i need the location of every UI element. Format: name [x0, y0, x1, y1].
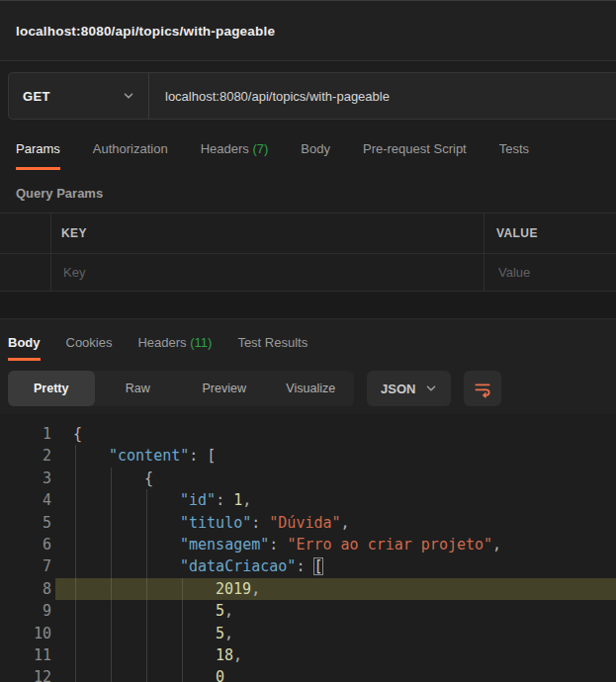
indent-guide — [75, 468, 76, 489]
code-line-11[interactable]: 1118, — [0, 644, 616, 666]
indent-guide — [146, 666, 147, 682]
line-number: 12 — [0, 666, 51, 682]
code-line-2[interactable]: 2"content": [ — [0, 445, 616, 467]
indent-guide — [146, 555, 147, 577]
code-line-4[interactable]: 4"id": 1, — [0, 489, 616, 511]
indent-guide — [146, 489, 147, 511]
code-text: "titulo": "Dúvida", — [180, 512, 350, 534]
indent-guide — [111, 623, 112, 644]
tab-label: Tests — [499, 141, 529, 156]
indent-guide — [75, 623, 76, 644]
indent-guide — [146, 600, 147, 622]
code-text: 5, — [216, 600, 233, 622]
code-line-12[interactable]: 120 — [0, 666, 616, 682]
line-number: 7 — [0, 555, 51, 577]
view-mode-pretty[interactable]: Pretty — [8, 371, 95, 406]
tab-count-badge: (7) — [249, 141, 269, 156]
line-number: 11 — [0, 644, 51, 666]
view-mode-preview[interactable]: Preview — [181, 371, 268, 406]
tab-tests[interactable]: Tests — [499, 141, 529, 170]
indent-guide — [182, 623, 183, 644]
tab-headers[interactable]: Headers (7) — [201, 141, 269, 170]
tab-label: Authorization — [93, 141, 168, 156]
indent-guide — [75, 666, 76, 682]
format-label: JSON — [381, 382, 415, 396]
line-number: 5 — [0, 512, 51, 534]
code-text: "mensagem": "Erro ao criar projeto", — [180, 534, 501, 555]
view-mode-group: PrettyRawPreviewVisualize — [8, 371, 354, 406]
tab-label: Pre-request Script — [363, 141, 467, 156]
param-key-input[interactable] — [61, 264, 467, 281]
indent-guide — [146, 512, 147, 534]
tab-pre-request-script[interactable]: Pre-request Script — [363, 141, 467, 170]
code-line-10[interactable]: 105, — [0, 623, 616, 644]
param-value-input[interactable] — [496, 264, 614, 281]
params-header-row: KEY VALUE — [0, 213, 616, 254]
code-line-8[interactable]: 82019, — [0, 578, 616, 600]
indent-guide — [111, 468, 112, 489]
tab-label: Body — [301, 141, 330, 156]
tab-body[interactable]: Body — [8, 335, 41, 361]
pane-splitter[interactable] — [0, 292, 616, 319]
view-mode-visualize[interactable]: Visualize — [268, 371, 355, 406]
indent-guide — [146, 534, 147, 555]
url-input-wrap — [149, 73, 616, 119]
method-select[interactable]: GET — [9, 73, 149, 119]
view-mode-raw[interactable]: Raw — [95, 371, 182, 406]
query-params-table: KEY VALUE — [0, 213, 616, 292]
code-line-5[interactable]: 5"titulo": "Dúvida", — [0, 512, 616, 534]
code-line-1[interactable]: 1{ — [0, 423, 616, 445]
url-bar: GET — [8, 72, 616, 120]
tab-test-results[interactable]: Test Results — [237, 335, 308, 361]
url-input[interactable] — [163, 88, 616, 105]
tab-body[interactable]: Body — [301, 141, 330, 170]
request-tabs: ParamsAuthorizationHeaders (7)BodyPre-re… — [0, 133, 616, 170]
postman-request-view: localhost:8080/api/topics/with-pageable … — [0, 0, 616, 682]
line-number: 4 — [0, 489, 51, 511]
code-lines: 1{2"content": [3{4"id": 1,5"titulo": "Dú… — [0, 423, 616, 682]
indent-guide — [75, 489, 76, 511]
code-line-6[interactable]: 6"mensagem": "Erro ao criar projeto", — [0, 534, 616, 555]
chevron-down-icon — [425, 383, 437, 394]
format-select[interactable]: JSON — [367, 371, 451, 406]
line-number: 2 — [0, 445, 51, 467]
code-text: { — [144, 468, 153, 489]
indent-guide — [111, 489, 112, 511]
tab-label: Body — [8, 335, 41, 350]
indent-guide — [111, 534, 112, 555]
code-line-9[interactable]: 95, — [0, 600, 616, 622]
indent-guide — [146, 578, 147, 600]
line-number: 8 — [0, 578, 51, 600]
tab-headers[interactable]: Headers (11) — [137, 335, 212, 361]
param-value-header-cell: VALUE — [484, 213, 616, 253]
tab-label: Cookies — [66, 335, 113, 350]
param-key-cell — [51, 254, 484, 291]
tab-authorization[interactable]: Authorization — [93, 141, 168, 170]
code-line-3[interactable]: 3{ — [0, 468, 616, 489]
code-text: "dataCriacao": [ — [180, 555, 323, 577]
text-wrap-icon — [473, 379, 492, 398]
code-text: 2019, — [216, 578, 260, 600]
code-text: 0 — [216, 666, 224, 682]
indent-guide — [182, 578, 183, 600]
wrap-text-button[interactable] — [464, 371, 501, 406]
tab-count-badge: (11) — [187, 335, 213, 350]
indent-guide — [75, 445, 76, 467]
param-row — [0, 254, 616, 292]
value-column-header: VALUE — [496, 226, 538, 240]
indent-guide — [111, 512, 112, 534]
indent-guide — [146, 644, 147, 666]
tab-cookies[interactable]: Cookies — [66, 335, 113, 361]
method-label: GET — [23, 89, 50, 104]
tab-params[interactable]: Params — [16, 141, 60, 170]
code-line-7[interactable]: 7"dataCriacao": [ — [0, 555, 616, 577]
code-text: "content": [ — [109, 445, 216, 467]
indent-guide — [75, 600, 76, 622]
indent-guide — [182, 644, 183, 666]
line-number: 1 — [0, 423, 51, 445]
indent-guide — [182, 600, 183, 622]
code-text: "id": 1, — [180, 489, 251, 511]
indent-guide — [75, 578, 76, 600]
query-params-label: Query Params — [16, 186, 616, 201]
param-value-cell — [484, 254, 616, 291]
